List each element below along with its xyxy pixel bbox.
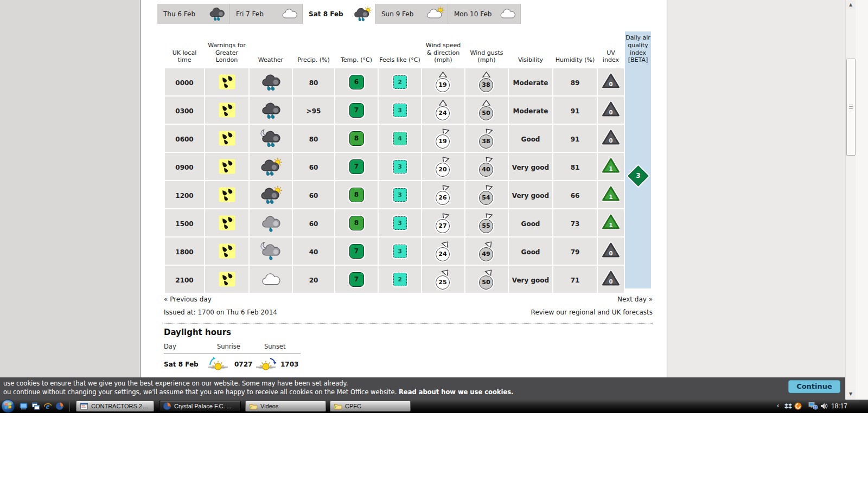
taskbar: 18:17 ‹ e CONTRACTORS 201... Crystal Pal…	[0, 400, 868, 413]
start-button[interactable]	[1, 399, 15, 415]
cell-wind-speed: 24	[422, 237, 464, 265]
cell-air-quality	[625, 97, 651, 124]
cell-wind-gusts: 40	[465, 153, 508, 180]
browser-scrollbar[interactable]: ▲ ▼	[845, 0, 856, 400]
cell-temp: 7	[335, 266, 378, 293]
temperature-value: 6	[349, 75, 364, 89]
cell-wind-gusts: 54	[465, 181, 508, 208]
svg-text:e: e	[46, 402, 50, 410]
cell-warnings	[205, 209, 248, 236]
uv-index-icon: 1	[602, 222, 620, 232]
daylight-col-sunrise: Sunrise	[217, 343, 240, 350]
cell-uv-index: 1	[598, 209, 624, 236]
forecast-row-1500: 1500 6083 27 55Good73 1	[165, 209, 651, 236]
wind-direction-arrow-icon	[482, 100, 490, 106]
daylight-section: Daylight hours Day Sunrise Sunset Sat 8 …	[164, 323, 653, 374]
cell-weather	[250, 153, 292, 180]
quicklaunch-window-switcher-icon[interactable]	[31, 402, 40, 410]
cell-feels-like: 2	[379, 68, 421, 95]
wind-gust-indicator: 49	[478, 241, 495, 261]
cookie-continue-button[interactable]: Continue	[788, 380, 840, 393]
cell-uk-local-time: 0900	[165, 153, 204, 180]
previous-day-link[interactable]: « Previous day	[164, 296, 212, 303]
rain-warning-icon[interactable]	[205, 74, 248, 89]
rain-warning-icon[interactable]	[205, 102, 248, 118]
folder-icon	[249, 402, 258, 410]
col-header-uv-index: UV index	[598, 33, 624, 67]
cell-humidity: 81	[553, 153, 597, 180]
scrollbar-thumb[interactable]	[846, 59, 856, 156]
forecast-row-0000: 0000 8062 19 38Moderate89 0	[165, 68, 651, 95]
svg-text:0: 0	[609, 110, 613, 115]
cell-uk-local-time: 2100	[165, 266, 204, 293]
cell-uv-index: 0	[598, 125, 624, 152]
quicklaunch-show-desktop-icon[interactable]	[20, 402, 28, 410]
cell-uk-local-time: 1800	[165, 237, 204, 265]
cookie-read-more-link[interactable]: Read about how we use cookies.	[399, 388, 513, 396]
wind-speed-indicator: 19	[435, 128, 451, 149]
wind-gust-indicator: 54	[478, 184, 495, 205]
rain-warning-icon[interactable]	[205, 243, 248, 259]
wind-gust-indicator: 38	[478, 128, 495, 149]
cell-precip: >95	[293, 97, 334, 124]
svg-text:1: 1	[609, 222, 613, 228]
cell-air-quality	[625, 209, 651, 236]
next-day-link[interactable]: Next day »	[617, 296, 653, 303]
rain-warning-icon[interactable]	[205, 272, 248, 287]
scrollbar-down-arrow[interactable]: ▼	[846, 390, 855, 399]
quicklaunch-firefox-icon[interactable]	[55, 402, 64, 410]
cloud-icon	[279, 7, 299, 21]
rain-warning-icon[interactable]	[205, 159, 248, 174]
cell-weather	[250, 237, 292, 265]
cell-visibility: Very good	[509, 266, 552, 293]
taskbar-button-contractors-201[interactable]: CONTRACTORS 201...	[76, 401, 154, 412]
cell-precip: 20	[293, 266, 334, 293]
tray-speaker-icon[interactable]	[820, 402, 868, 416]
scrollbar-up-arrow[interactable]: ▲	[846, 1, 855, 9]
col-header-uk-local-time: UK local time	[165, 33, 204, 67]
feels-like-value: 3	[393, 188, 407, 202]
col-header-wind-gusts: Wind gusts (mph)	[465, 33, 508, 67]
temperature-value: 8	[349, 188, 364, 202]
forecast-row-1200: 1200 6083 26 54Very good66 1	[165, 181, 651, 208]
weather-heavy-rain-icon	[250, 101, 292, 119]
rain-warning-icon[interactable]	[205, 131, 248, 146]
tab-thu-6-feb[interactable]: Thu 6 Feb	[157, 4, 230, 24]
rain-warning-icon[interactable]	[205, 215, 248, 230]
cell-humidity: 91	[553, 97, 597, 124]
cell-precip: 60	[293, 153, 334, 180]
review-forecasts-link[interactable]: Review our regional and UK forecasts	[531, 309, 653, 316]
cell-warnings	[205, 125, 248, 152]
cell-humidity: 66	[553, 181, 597, 208]
temperature-value: 8	[349, 216, 364, 230]
cell-humidity: 91	[553, 125, 597, 152]
quicklaunch-internet-explorer-icon[interactable]: e	[43, 402, 52, 410]
daylight-row: Sat 8 Feb 0727 1703	[164, 354, 468, 374]
tab-mon-10-feb[interactable]: Mon 10 Feb	[448, 4, 521, 24]
weather-heavy-shower-day-icon	[250, 186, 292, 204]
feels-like-value: 3	[393, 160, 407, 174]
wind-speed-indicator: 19	[435, 72, 451, 92]
cell-visibility: Moderate	[509, 68, 552, 95]
taskbar-button-crystal-palace-f-c[interactable]: Crystal Palace F.C. ...	[159, 401, 241, 412]
heavy-shower-day-icon	[352, 7, 372, 21]
app-window-icon	[80, 402, 88, 410]
taskbar-button-videos[interactable]: Videos	[245, 401, 326, 412]
tab-fri-7-feb[interactable]: Fri 7 Feb	[230, 4, 303, 24]
rain-warning-icon[interactable]	[205, 187, 248, 202]
weather-heavy-rain-icon	[250, 73, 292, 91]
uv-index-icon: 0	[602, 250, 620, 260]
cell-uv-index: 1	[598, 181, 624, 208]
cell-air-quality	[625, 68, 651, 95]
svg-text:0: 0	[609, 251, 613, 256]
cell-air-quality	[625, 266, 651, 293]
tab-sun-9-feb[interactable]: Sun 9 Feb	[375, 4, 448, 24]
daylight-col-sunset: Sunset	[264, 343, 285, 350]
weather-cloud-icon	[250, 271, 292, 288]
cell-wind-gusts: 38	[465, 125, 508, 152]
weather-heavy-shower-day-icon	[250, 158, 292, 176]
taskbar-button-cpfc[interactable]: CPFC	[330, 401, 411, 412]
cell-humidity: 79	[553, 237, 597, 265]
cell-warnings	[205, 68, 248, 95]
tab-sat-8-feb[interactable]: Sat 8 Feb	[303, 4, 375, 24]
